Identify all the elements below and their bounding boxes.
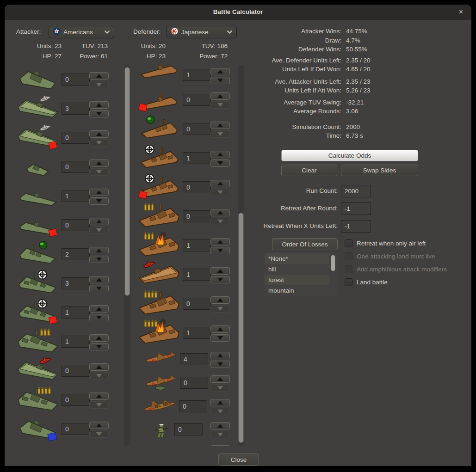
count-increment-button[interactable]	[89, 72, 109, 80]
count-increment-button[interactable]	[210, 352, 230, 359]
count-increment-button[interactable]	[89, 305, 109, 313]
attacker-carrier-count-input[interactable]	[62, 132, 90, 144]
count-decrement-button[interactable]	[210, 276, 230, 283]
carrier-unit-icon	[16, 95, 60, 123]
count-decrement-button[interactable]	[210, 408, 230, 415]
defender-torpedo-bomber-count-input[interactable]	[180, 377, 208, 389]
run-count-input[interactable]	[341, 185, 371, 197]
title-bar[interactable]: Battle Calculator ×	[5, 5, 471, 20]
count-decrement-button[interactable]	[210, 384, 230, 392]
count-increment-button[interactable]	[210, 151, 230, 158]
count-increment-button[interactable]	[89, 422, 109, 429]
count-decrement-button[interactable]	[210, 361, 230, 368]
count-increment-button[interactable]	[89, 363, 109, 371]
attacker-cruiser-count-input[interactable]	[62, 306, 90, 319]
count-decrement-button[interactable]	[210, 305, 230, 313]
attacker-nation-select[interactable]: Americans	[49, 26, 114, 38]
count-increment-button[interactable]	[89, 392, 109, 400]
retreat-after-round-input[interactable]	[341, 202, 371, 215]
ool-option[interactable]: mountain	[265, 285, 329, 296]
count-increment-button[interactable]	[89, 189, 109, 196]
ool-option[interactable]: hill	[265, 264, 329, 275]
attacker-submarine-count-input[interactable]	[62, 219, 90, 231]
ool-option[interactable]: *None*	[265, 253, 329, 264]
defender-battleship-count-input[interactable]	[183, 239, 211, 251]
count-increment-button[interactable]	[210, 267, 230, 275]
count-increment-button[interactable]	[89, 334, 109, 342]
retreat-when-x-units-left-input[interactable]	[341, 220, 371, 233]
attacker-cruiser-count-input[interactable]	[62, 277, 90, 289]
count-decrement-button[interactable]	[89, 81, 109, 88]
count-decrement-button[interactable]	[210, 334, 230, 342]
count-increment-button[interactable]	[210, 180, 230, 187]
defender-battleship-count-input[interactable]	[183, 298, 211, 310]
count-decrement-button[interactable]	[89, 372, 109, 380]
order-of-losses-button[interactable]: Order Of Losses	[272, 238, 338, 250]
attacker-carrier-count-input[interactable]	[62, 103, 90, 115]
attacker-unit-row	[14, 210, 115, 239]
count-decrement-button[interactable]	[89, 430, 109, 438]
defender-battleship-count-input[interactable]	[183, 210, 211, 222]
count-decrement-button[interactable]	[210, 431, 230, 438]
count-decrement-button[interactable]	[89, 168, 109, 176]
attacker-nation-value: Americans	[63, 29, 104, 36]
battleship-unit-icon	[137, 232, 181, 260]
swap-sides-button[interactable]: Swap Sides	[341, 165, 418, 176]
count-decrement-button[interactable]	[89, 197, 109, 205]
count-decrement-button[interactable]	[89, 139, 109, 147]
checkbox-label: One attacking land must live	[357, 253, 435, 260]
count-increment-button[interactable]	[210, 375, 230, 383]
defender-fighter-count-input[interactable]	[180, 353, 208, 365]
attacker-unit-row	[14, 269, 115, 298]
count-increment-button[interactable]	[89, 101, 109, 109]
count-increment-button[interactable]	[89, 130, 109, 138]
count-increment-button[interactable]	[210, 422, 230, 429]
defender-battleship-count-input[interactable]	[183, 327, 211, 339]
attacker-battleship-count-input[interactable]	[62, 394, 90, 406]
defender-carrier-count-input[interactable]	[183, 269, 211, 281]
cruiser-unit-icon	[137, 173, 181, 202]
count-decrement-button[interactable]	[89, 227, 109, 234]
attacker-carrier-count-input[interactable]	[62, 365, 90, 377]
result-label: Ave. Defender Units Left:	[124, 57, 341, 64]
attacker-transport-count-input[interactable]	[62, 423, 90, 435]
count-increment-button[interactable]	[210, 238, 230, 245]
defender-unit-row	[135, 318, 237, 347]
count-increment-button[interactable]	[210, 399, 230, 406]
list-scrollbar-thumb[interactable]	[331, 255, 335, 271]
result-row: Units Left If Def Won:4.65 / 20	[124, 66, 420, 75]
count-increment-button[interactable]	[89, 247, 109, 254]
count-increment-button[interactable]	[89, 159, 109, 167]
window-close-icon[interactable]: ×	[459, 8, 463, 16]
scrollbar-thumb[interactable]	[238, 213, 244, 443]
count-increment-button[interactable]	[89, 276, 109, 283]
count-increment-button[interactable]	[210, 296, 230, 304]
defender-infantry-count-input[interactable]	[174, 423, 203, 435]
ool-option[interactable]: forest	[265, 275, 329, 285]
attacker-battleship-count-input[interactable]	[62, 336, 90, 348]
count-decrement-button[interactable]	[89, 256, 109, 263]
defender-cruiser-count-input[interactable]	[183, 152, 211, 164]
count-decrement-button[interactable]	[89, 343, 109, 350]
defender-bomber-count-input[interactable]	[179, 400, 207, 412]
attacker-destroyer-count-input[interactable]	[62, 248, 90, 260]
count-increment-button[interactable]	[210, 325, 230, 333]
count-increment-button[interactable]	[210, 445, 230, 446]
retreat-when-only-air-left-checkbox[interactable]	[345, 239, 352, 247]
attacker-transport-count-input[interactable]	[62, 74, 90, 86]
count-decrement-button[interactable]	[210, 247, 230, 254]
count-decrement-button[interactable]	[89, 285, 109, 292]
clear-button[interactable]: Clear	[281, 165, 337, 176]
attacker-submarine-count-input[interactable]	[62, 190, 90, 202]
attacker-unit-row	[14, 65, 115, 94]
calculate-odds-button[interactable]: Calculate Odds	[281, 150, 418, 161]
land-battle-checkbox[interactable]	[345, 278, 352, 286]
count-decrement-button[interactable]	[89, 314, 109, 321]
result-label: Defender Wins:	[124, 46, 341, 53]
count-decrement-button[interactable]	[89, 401, 109, 409]
count-increment-button[interactable]	[89, 218, 109, 225]
count-decrement-button[interactable]	[210, 159, 230, 167]
close-button[interactable]: Close	[218, 454, 259, 466]
attacker-pt-boat-count-input[interactable]	[62, 161, 90, 173]
count-decrement-button[interactable]	[89, 110, 109, 117]
